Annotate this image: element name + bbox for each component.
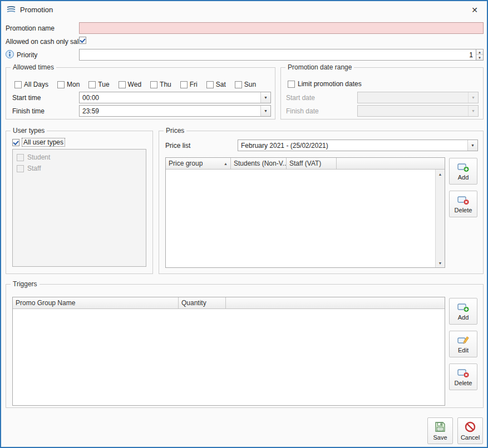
cash-only-label: Allowed on cash only sales <box>6 38 86 46</box>
triggers-delete-button[interactable]: Delete <box>449 364 477 390</box>
start-date-label: Start date <box>286 94 315 102</box>
scroll-up-icon[interactable]: ▲ <box>436 170 445 178</box>
column-header-filler <box>226 297 445 308</box>
checkbox[interactable] <box>206 81 214 88</box>
cash-only-checkbox[interactable] <box>79 37 86 44</box>
start-time-combo[interactable]: 00:00 ▼ <box>79 92 271 103</box>
start-date-combo: ▼ <box>357 92 479 103</box>
price-list-combo[interactable]: February 2021 - (25/02/2021) ▼ <box>238 140 478 151</box>
day-mon[interactable]: Mon <box>57 81 80 88</box>
triggers-title: Triggers <box>11 280 40 288</box>
checkbox[interactable] <box>14 81 22 88</box>
save-button[interactable]: Save <box>427 417 453 444</box>
checkbox[interactable] <box>235 81 242 88</box>
checkbox[interactable] <box>119 81 126 88</box>
prices-add-button[interactable]: Add <box>449 158 477 185</box>
triggers-grid: Promo Group Name Quantity <box>12 297 445 406</box>
combo-value: 23:59 <box>80 107 260 115</box>
save-icon <box>434 421 446 433</box>
day-label: Mon <box>67 81 80 88</box>
button-label: Add <box>458 314 469 321</box>
all-user-types[interactable]: All user types <box>12 138 65 147</box>
chevron-down-icon[interactable]: ▼ <box>467 140 477 151</box>
day-label: Sun <box>244 81 256 88</box>
date-range-title: Promotion date range <box>285 63 354 72</box>
close-button[interactable]: ✕ <box>469 4 480 16</box>
column-header-price-group[interactable]: Price group ▲ <box>166 158 231 169</box>
triggers-grid-header: Promo Group Name Quantity <box>13 297 445 309</box>
finish-date-combo: ▼ <box>357 105 479 117</box>
chevron-down-icon[interactable]: ▼ <box>260 106 270 116</box>
button-label: Edit <box>458 347 469 354</box>
window-title: Promotion <box>20 6 53 14</box>
scrollbar-track[interactable] <box>436 178 445 258</box>
delete-icon <box>457 367 470 379</box>
add-icon <box>457 302 470 313</box>
priority-input[interactable] <box>79 49 476 61</box>
column-label: Staff (VAT) <box>289 160 321 167</box>
add-icon <box>457 162 470 173</box>
column-label: Promo Group Name <box>16 299 75 307</box>
button-label: Delete <box>455 380 472 386</box>
column-header-students[interactable]: Students (Non-V... <box>231 158 287 169</box>
finish-time-combo[interactable]: 23:59 ▼ <box>79 105 271 117</box>
day-label: Wed <box>128 81 141 88</box>
column-label: Students (Non-V... <box>234 160 287 167</box>
finish-time-label: Finish time <box>12 107 45 115</box>
checkbox[interactable] <box>88 81 96 88</box>
chevron-down-icon: ▼ <box>468 106 478 116</box>
day-label: Fri <box>190 81 198 88</box>
checkbox[interactable] <box>180 81 188 88</box>
column-header-promo-group-name[interactable]: Promo Group Name <box>13 297 179 308</box>
sort-asc-icon: ▲ <box>224 162 228 166</box>
allowed-times-title: Allowed times <box>11 63 56 72</box>
column-header-quantity[interactable]: Quantity <box>179 297 226 308</box>
column-header-staff[interactable]: Staff (VAT) <box>287 158 337 169</box>
price-list-label: Price list <box>165 142 190 150</box>
day-label: Sat <box>216 81 226 88</box>
scroll-down-icon[interactable]: ▼ <box>436 258 445 267</box>
user-types-list: Student Staff <box>12 149 146 267</box>
titlebar: Promotion ✕ <box>1 1 487 18</box>
chevron-down-icon: ▼ <box>468 92 478 103</box>
checkbox <box>17 165 24 172</box>
checkbox[interactable] <box>57 81 65 88</box>
info-icon <box>6 50 14 60</box>
spin-up-icon[interactable]: ▲ <box>476 49 483 55</box>
day-label: Thu <box>160 81 171 88</box>
user-type-label: Student <box>27 153 50 161</box>
days-row: All Days Mon Tue Wed Thu Fri Sat Sun <box>14 80 256 89</box>
day-tue[interactable]: Tue <box>88 81 109 88</box>
prices-grid-header: Price group ▲ Students (Non-V... Staff (… <box>166 158 445 170</box>
limit-promotion-dates[interactable]: Limit promotion dates <box>288 79 362 88</box>
day-label: All Days <box>24 81 48 88</box>
day-thu[interactable]: Thu <box>150 81 171 88</box>
prices-delete-button[interactable]: Delete <box>449 191 477 217</box>
start-time-label: Start time <box>12 94 41 102</box>
day-wed[interactable]: Wed <box>119 81 141 88</box>
all-user-types-checkbox[interactable] <box>12 139 19 146</box>
triggers-add-button[interactable]: Add <box>449 298 477 325</box>
day-sat[interactable]: Sat <box>206 81 226 88</box>
button-label: Add <box>458 174 469 181</box>
column-header-filler <box>337 158 445 169</box>
triggers-edit-button[interactable]: Edit <box>449 331 477 357</box>
checkbox[interactable] <box>150 81 157 88</box>
priority-spinner[interactable]: ▲ ▼ <box>476 49 484 61</box>
priority-label: Priority <box>17 51 37 59</box>
promotion-name-input[interactable] <box>79 22 484 34</box>
prices-scrollbar[interactable]: ▲ ▼ <box>435 170 445 267</box>
limit-dates-checkbox[interactable] <box>288 81 295 88</box>
spin-down-icon[interactable]: ▼ <box>476 55 483 60</box>
day-fri[interactable]: Fri <box>180 81 198 88</box>
delete-icon <box>457 195 470 206</box>
chevron-down-icon[interactable]: ▼ <box>260 92 270 103</box>
day-all-days[interactable]: All Days <box>14 81 48 88</box>
list-item: Student <box>13 152 146 163</box>
user-type-label: Staff <box>27 165 41 172</box>
day-sun[interactable]: Sun <box>235 81 256 88</box>
cancel-button[interactable]: Cancel <box>457 417 483 444</box>
list-item: Staff <box>13 163 146 174</box>
combo-value: 00:00 <box>80 94 260 102</box>
button-label: Save <box>433 434 447 441</box>
